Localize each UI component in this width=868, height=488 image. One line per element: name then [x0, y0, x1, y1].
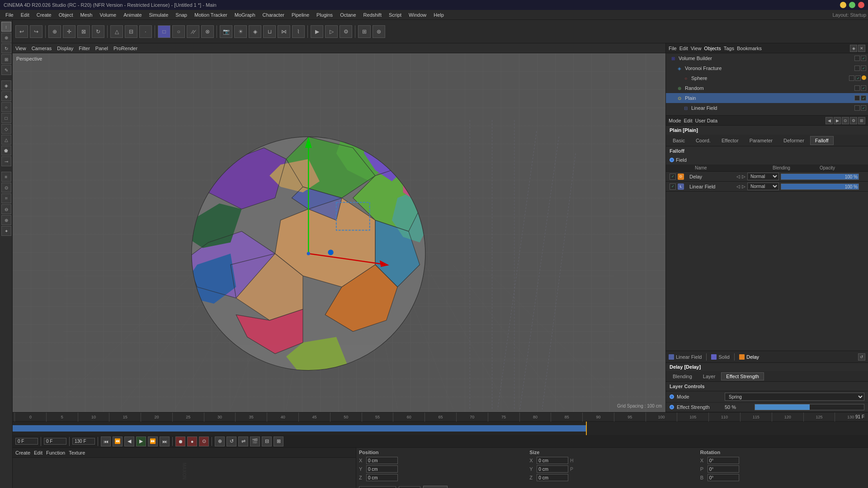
redo-btn[interactable]: ↪: [30, 25, 42, 38]
linear-check[interactable]: ✓: [670, 183, 676, 190]
menu-volume[interactable]: Volume: [96, 11, 120, 19]
obj-row-volume-builder[interactable]: ⊞ Volume Builder ✓: [666, 53, 868, 63]
delay-tab-layer[interactable]: Layer: [698, 372, 721, 380]
prop-btn-4[interactable]: ⚙: [850, 117, 857, 124]
cube-btn[interactable]: □: [158, 25, 170, 38]
menu-file[interactable]: File: [2, 11, 17, 19]
snap-transport-btn[interactable]: ⊞: [274, 436, 283, 446]
tool-paint[interactable]: ✎: [1, 65, 11, 75]
field-row-delay[interactable]: ✓ D Delay ◁ ▷ Normal 100 %: [666, 172, 868, 182]
maximize-button[interactable]: [849, 2, 855, 8]
tool-9[interactable]: △: [1, 135, 11, 145]
move-btn[interactable]: ✛: [63, 25, 75, 38]
obj-row-linear-field[interactable]: ⊟ Linear Field ✓: [666, 103, 868, 113]
undo-btn[interactable]: ↩: [15, 25, 28, 38]
menu-window[interactable]: Window: [405, 11, 430, 19]
field-row-linear[interactable]: ✓ L Linear Field ◁ ▷ Normal 100 %: [666, 182, 868, 192]
goto-end-btn[interactable]: ⏭: [160, 436, 170, 446]
snap-btn[interactable]: ⊛: [373, 25, 385, 38]
bottom-menu-texture[interactable]: Texture: [69, 450, 85, 455]
tool-scale[interactable]: ⊕: [1, 33, 11, 42]
menu-octane[interactable]: Octane: [336, 11, 359, 19]
viewport-menu-view[interactable]: View: [15, 46, 26, 51]
tool-11[interactable]: ⊸: [1, 156, 11, 166]
tool-8[interactable]: ◇: [1, 124, 11, 134]
tool-13[interactable]: ⊙: [1, 183, 11, 192]
bottom-menu-function[interactable]: Function: [46, 450, 65, 455]
viewport-menu-prorender[interactable]: ProRender: [113, 46, 137, 51]
obj-btn-2[interactable]: ✕: [858, 45, 865, 52]
delay-check[interactable]: ✓: [670, 174, 676, 180]
edge-btn[interactable]: ⊟: [125, 25, 137, 38]
prop-btn-3[interactable]: ⊙: [842, 117, 849, 124]
delay-blend-select[interactable]: Normal: [747, 173, 779, 180]
prop-btn-fwd[interactable]: ▶: [834, 117, 841, 124]
minimize-button[interactable]: [840, 2, 846, 8]
scale-btn[interactable]: ⊠: [77, 25, 90, 38]
tool-10[interactable]: ⬟: [1, 145, 11, 155]
lf-cb1[interactable]: [854, 105, 860, 111]
menu-mesh[interactable]: Mesh: [77, 11, 96, 19]
field-btn[interactable]: ⌇: [292, 25, 305, 38]
menu-animate[interactable]: Animate: [120, 11, 145, 19]
rot-x-input[interactable]: [708, 457, 739, 464]
tab-deformer[interactable]: Deformer: [778, 136, 809, 145]
timeline-indicator[interactable]: [586, 422, 587, 435]
effect-strength-bar[interactable]: [755, 404, 864, 410]
effector-btn[interactable]: ⋈: [278, 25, 290, 38]
menu-motion-tracker[interactable]: Motion Tracker: [191, 11, 231, 19]
prop-btn-5[interactable]: ⊞: [858, 117, 865, 124]
size-select[interactable]: Size: [399, 486, 420, 488]
tool-4[interactable]: ◈: [1, 80, 11, 90]
key-btn[interactable]: ⊕: [215, 436, 225, 446]
menu-character[interactable]: Character: [259, 11, 288, 19]
record-btn[interactable]: ⏺: [175, 436, 185, 446]
rot-p-input[interactable]: [708, 465, 739, 473]
vb-cb2[interactable]: ✓: [861, 56, 866, 61]
tool-15[interactable]: ⊖: [1, 204, 11, 214]
size-z-input[interactable]: [537, 474, 568, 481]
play-btn[interactable]: ▶: [136, 436, 146, 446]
menu-edit[interactable]: Edit: [17, 11, 33, 19]
menu-simulate[interactable]: Simulate: [146, 11, 172, 19]
record3-btn[interactable]: ⊙: [199, 436, 209, 446]
delay-tab-blending[interactable]: Blending: [668, 372, 697, 380]
viewport[interactable]: View Cameras Display Filter Panel ProRen…: [13, 43, 665, 412]
current-frame-input[interactable]: [15, 438, 38, 445]
pos-x-input[interactable]: [366, 457, 398, 464]
linear-blend-select[interactable]: Normal: [747, 183, 779, 190]
deformer-btn[interactable]: ⊔: [263, 25, 276, 38]
rn-cb1[interactable]: [854, 85, 860, 91]
strip-item-solid[interactable]: Solid: [711, 354, 729, 360]
strip-btn-refresh[interactable]: ↺: [858, 353, 865, 361]
tab-parameter[interactable]: Parameter: [745, 136, 778, 145]
light-btn[interactable]: ☀: [234, 25, 247, 38]
delay-tab-effect-strength[interactable]: Effect Strength: [721, 372, 764, 380]
pos-z-input[interactable]: [366, 474, 398, 481]
menu-mograph[interactable]: MoGraph: [231, 11, 259, 19]
rot-b-input[interactable]: [708, 474, 739, 481]
sp-cb2[interactable]: ✓: [855, 75, 861, 81]
meter-btn[interactable]: ⊟: [262, 436, 272, 446]
strip-refresh-btn[interactable]: ↺: [858, 353, 865, 361]
obj-row-random[interactable]: ⊛ Random ✓: [666, 83, 868, 93]
objects-tab-file[interactable]: File: [669, 46, 677, 51]
obj-btn-1[interactable]: ◈: [850, 45, 857, 52]
camera-btn[interactable]: 📷: [220, 25, 232, 38]
prop-btn-back[interactable]: ◀: [826, 117, 833, 124]
prop-edit-tab[interactable]: Edit: [684, 118, 693, 123]
grid-btn[interactable]: ⊞: [358, 25, 371, 38]
pos-y-input[interactable]: [366, 465, 398, 473]
strip-item-linear[interactable]: Linear Field: [669, 354, 702, 360]
vb-cb1[interactable]: [854, 56, 860, 61]
menu-snap[interactable]: Snap: [172, 11, 191, 19]
null-btn[interactable]: ⊗: [201, 25, 214, 38]
timeline-track[interactable]: [13, 422, 868, 435]
viewport-menu-filter[interactable]: Filter: [79, 46, 90, 51]
tool-17[interactable]: ✦: [1, 226, 11, 236]
loop-btn[interactable]: ↺: [226, 436, 236, 446]
render-btn[interactable]: ▶: [311, 25, 323, 38]
obj-row-voronoi[interactable]: ◈ Voronoi Fracture ✓: [666, 63, 868, 73]
tab-falloff[interactable]: Falloff: [810, 136, 834, 145]
render-settings-btn[interactable]: ⚙: [340, 25, 352, 38]
